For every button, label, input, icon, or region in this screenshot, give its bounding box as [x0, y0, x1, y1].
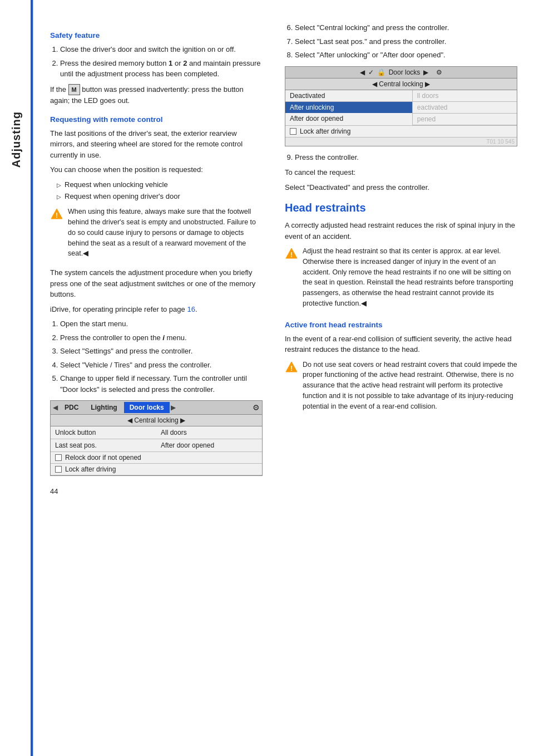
warning-box-3: ! Do not use seat covers or head restrai…: [285, 360, 517, 416]
screen2-settings: ⚙: [436, 68, 442, 76]
bold-1: 1: [169, 59, 172, 67]
screen1: ◀ PDC Lighting Door locks ▶ ⚙ ◀ Central …: [50, 400, 263, 476]
split-left: Deactivated After unlocking After door o…: [285, 90, 413, 125]
screen1-checkbox2: Lock after driving: [51, 464, 262, 475]
step-6: Select "Central locking" and press the c…: [295, 22, 517, 33]
safety-feature-section: Safety feature Close the driver's door a…: [50, 31, 263, 106]
warning-text-2: Adjust the head restraint so that its ce…: [303, 246, 517, 309]
idrive-steps: Open the start menu. Press the controlle…: [50, 318, 263, 395]
page-container: Adjusting Safety feature Close the drive…: [0, 0, 534, 756]
screen2-lock: 🔒: [377, 68, 385, 76]
screen2-nav-right: ▶: [423, 68, 428, 76]
screen1-subheader: ◀ Central locking ▶: [51, 415, 262, 426]
screen2-checkbox: Lock after driving: [285, 126, 517, 138]
cancel-text: To cancel the request:: [285, 167, 517, 178]
sidebar: Adjusting: [0, 0, 33, 756]
step-9: Press the controller.: [295, 152, 517, 163]
active-front-title: Active front head restraints: [285, 321, 517, 329]
sidebar-line: [31, 0, 33, 756]
screen2-checkmark: ✓: [368, 68, 374, 76]
idrive-step-2: Press the controller to open the i menu.: [60, 332, 263, 343]
right-row2: eactivated: [413, 102, 517, 114]
screen2-title: Door locks: [389, 68, 421, 76]
svg-text:!: !: [290, 364, 293, 372]
steps-6-8: Select "Central locking" and press the c…: [285, 22, 517, 61]
screen1-body: Unlock button All doors Last seat pos. A…: [51, 426, 262, 475]
tab-doorlocks: Door locks: [124, 402, 170, 413]
screen1-row2: Last seat pos. After door opened: [51, 439, 262, 452]
requesting-para3: The system cancels the adjustment proced…: [50, 267, 263, 300]
left-column: Safety feature Close the driver's door a…: [33, 22, 274, 734]
screen2-body: Deactivated After unlocking After door o…: [285, 90, 517, 138]
screen2-lock-label: Lock after driving: [300, 127, 350, 135]
relock-checkbox: [55, 454, 62, 461]
svg-text:!: !: [290, 251, 293, 259]
relock-label: Relock door if not opened: [65, 454, 141, 462]
unlock-button-label: Unlock button: [51, 426, 156, 439]
tab-lighting: Lighting: [85, 402, 122, 413]
safety-step-1-text: Close the driver's door and switch the i…: [60, 45, 236, 53]
warning-icon-3: !: [285, 361, 298, 375]
warning-box-1: ! When using this feature, always make s…: [50, 207, 263, 263]
left-arrow: ◀: [53, 404, 58, 411]
last-seat-label: Last seat pos.: [51, 439, 156, 451]
screen2-subheader: ◀ Central locking ▶: [285, 78, 517, 90]
head-restraints-para1: A correctly adjusted head restraint redu…: [285, 220, 517, 242]
active-front-para1: In the event of a rear-end collision of …: [285, 333, 517, 355]
warning-text-3: Do not use seat covers or head restraint…: [303, 360, 517, 412]
m-button-icon: M: [68, 84, 80, 96]
settings-icon: ⚙: [253, 403, 260, 412]
after-unlocking-row: After unlocking: [285, 102, 412, 113]
safety-step-3-text: If the M button was pressed inadvertentl…: [50, 84, 263, 106]
safety-step-1: Close the driver's door and switch the i…: [60, 44, 263, 55]
bold-2: 2: [183, 59, 187, 67]
svg-text:!: !: [56, 211, 58, 219]
warning-box-2: ! Adjust the head restraint so that its …: [285, 246, 517, 313]
step-7: Select "Last seat pos." and press the co…: [295, 36, 517, 47]
right-row3: pened: [413, 114, 517, 125]
watermark: T01 10 545: [285, 138, 517, 146]
lock-driving-checkbox: [55, 466, 62, 473]
requesting-para2: You can choose when the position is requ…: [50, 164, 263, 175]
requesting-para1: The last positions of the driver's seat,…: [50, 128, 263, 161]
requesting-para4: iDrive, for operating principle refer to…: [50, 304, 263, 315]
idrive-step-3: Select "Settings" and press the controll…: [60, 346, 263, 357]
warning-icon-2: !: [285, 247, 298, 261]
idrive-step-4: Select "Vehicle / Tires" and press the c…: [60, 360, 263, 371]
warning-text-1: When using this feature, always make sur…: [68, 207, 263, 259]
screen2: ◀ ✓ 🔒 Door locks ▶ ⚙ ◀ Central locking ▶…: [285, 66, 517, 146]
screen1-row1: Unlock button All doors: [51, 426, 262, 439]
requesting-title: Requesting with remote control: [50, 115, 263, 124]
screen2-header: ◀ ✓ 🔒 Door locks ▶ ⚙: [285, 67, 517, 78]
screen1-checkbox1: Relock door if not opened: [51, 452, 262, 464]
screen2-nav-left: ◀: [360, 68, 365, 76]
cancel-action: Select "Deactivated" and press the contr…: [285, 182, 517, 193]
idrive-step-1: Open the start menu.: [60, 318, 263, 330]
bullet-2: Request when opening driver's door: [57, 191, 263, 203]
head-restraints-section: Head restraints A correctly adjusted hea…: [285, 202, 517, 415]
sidebar-label: Adjusting: [10, 111, 23, 168]
right-column: Select "Central locking" and press the c…: [274, 22, 534, 734]
head-restraints-title: Head restraints: [285, 202, 517, 214]
main-content: Safety feature Close the driver's door a…: [33, 0, 534, 756]
safety-feature-steps: Close the driver's door and switch the i…: [50, 44, 263, 80]
after-door-opened-row: After door opened: [285, 113, 412, 124]
bullet-1: Request when unlocking vehicle: [57, 179, 263, 191]
split-row1: Deactivated After unlocking After door o…: [285, 90, 517, 126]
warning-icon-1: !: [50, 208, 63, 222]
page-number: 44: [50, 487, 263, 495]
last-seat-value: After door opened: [156, 439, 262, 451]
right-arrow: ▶: [171, 404, 176, 411]
unlock-button-value: All doors: [156, 426, 262, 439]
right-row1: ll doors: [413, 90, 517, 102]
safety-feature-title: Safety feature: [50, 31, 263, 40]
deactivated-row: Deactivated: [285, 90, 412, 102]
screen2-lock-checkbox: [290, 128, 296, 135]
screen1-tabs: ◀ PDC Lighting Door locks ▶ ⚙: [51, 401, 262, 415]
safety-step-2: Press the desired memory button 1 or 2 a…: [60, 58, 263, 80]
lock-driving-label: Lock after driving: [65, 465, 116, 473]
idrive-link[interactable]: 16: [187, 305, 195, 313]
requesting-section: Requesting with remote control The last …: [50, 115, 263, 395]
step-8: Select "After unlocking" or "After door …: [295, 50, 517, 61]
requesting-bullets: Request when unlocking vehicle Request w…: [50, 179, 263, 203]
